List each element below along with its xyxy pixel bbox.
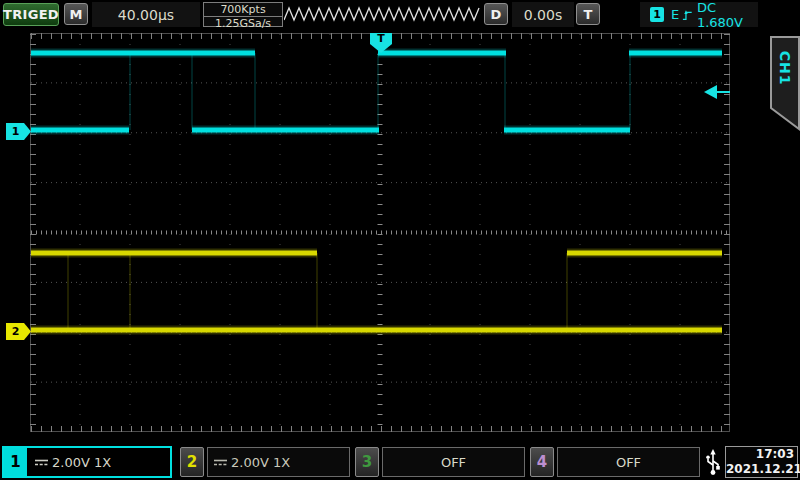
channel-2-badge[interactable]: 2	[180, 447, 204, 477]
oscilloscope-screen: TRIGED M 40.00µs 700Kpts 1.25GSa/s D 0.0…	[0, 0, 800, 480]
time-label: 17:03	[726, 447, 794, 462]
bottom-channel-bar: 1 2.00V 1X 2 2.00V 1X 3 OFF 4 OFF	[0, 444, 800, 480]
channel-3-badge[interactable]: 3	[355, 447, 379, 477]
horizontal-delay-readout: 0.00s	[512, 2, 574, 27]
ch1-marker-label: 1	[12, 125, 20, 138]
trigger-source-badge: 1	[650, 7, 664, 22]
dc-coupling-icon	[213, 457, 228, 468]
channel-1-badge: 1	[4, 448, 29, 476]
waveform-display-area	[30, 33, 730, 432]
ch2-marker-label: 2	[12, 325, 20, 338]
trigger-level-marker[interactable]	[704, 85, 730, 99]
ch2-zero-level-marker[interactable]: 2	[6, 323, 31, 340]
trigger-menu-button[interactable]: T	[576, 3, 600, 25]
date-label: 2021.12.21	[726, 462, 794, 477]
sample-rate-readout: 1.25GSa/s	[204, 17, 282, 30]
top-status-bar: TRIGED M 40.00µs 700Kpts 1.25GSa/s D 0.0…	[0, 0, 800, 29]
channel-4-badge[interactable]: 4	[530, 447, 554, 477]
acquisition-info-box: 700Kpts 1.25GSa/s	[203, 2, 283, 27]
rising-edge-icon	[682, 8, 693, 22]
dc-coupling-icon	[34, 457, 49, 468]
channel-3-state[interactable]: OFF	[382, 447, 525, 477]
trigger-level-arrow-icon	[704, 85, 717, 99]
channel-1-box[interactable]: 1 2.00V 1X	[2, 446, 172, 478]
zigzag-waveform-icon	[284, 5, 480, 23]
timebase-readout: 40.00µs	[92, 2, 200, 27]
trigger-info-readout: 1 E DC 1.680V	[640, 2, 758, 27]
channel-1-scale: 2.00V 1X	[52, 455, 111, 470]
trigger-position-label: T	[377, 33, 385, 45]
waveform-traces	[30, 33, 730, 432]
channel-4-state[interactable]: OFF	[557, 447, 700, 477]
ch1-menu-tab[interactable]: CH1	[770, 36, 800, 131]
trigger-type-label: E	[671, 7, 679, 22]
horizontal-menu-button[interactable]: M	[64, 3, 88, 25]
channel-2-settings[interactable]: 2.00V 1X	[207, 447, 350, 477]
trigger-status-badge: TRIGED	[3, 3, 59, 26]
channel-2-scale: 2.00V 1X	[231, 455, 290, 470]
channel-1-settings: 2.00V 1X	[29, 448, 170, 476]
ch1-tab-label: CH1	[777, 51, 793, 86]
usb-icon	[703, 448, 723, 476]
clock-readout: 17:03 2021.12.21	[725, 446, 798, 478]
trigger-coupling-level: DC 1.680V	[697, 0, 758, 30]
trigger-level-arrow-tail	[717, 91, 730, 93]
delay-menu-button[interactable]: D	[484, 3, 508, 25]
memory-depth-readout: 700Kpts	[204, 3, 282, 17]
ch1-zero-level-marker[interactable]: 1	[6, 123, 31, 140]
